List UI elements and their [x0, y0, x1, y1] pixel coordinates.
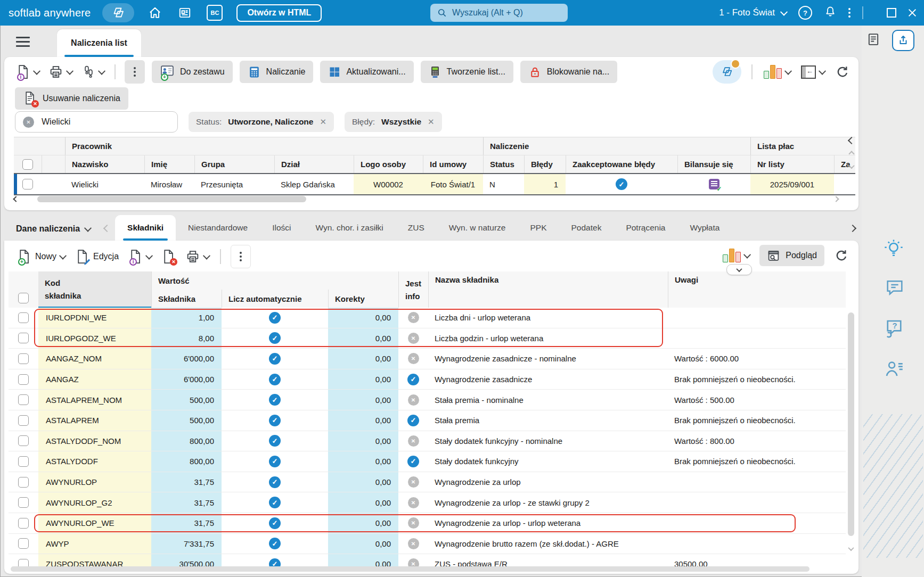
row-checkbox[interactable]: [18, 394, 29, 405]
tab-zus[interactable]: ZUS: [396, 215, 437, 241]
assistant-button[interactable]: [883, 237, 904, 261]
do-zestawu-button[interactable]: + Do zestawu: [152, 61, 233, 83]
chart-view-button[interactable]: [763, 64, 792, 80]
col-logo-osoby[interactable]: Logo osoby: [354, 155, 423, 173]
print-components-button[interactable]: [184, 248, 210, 265]
col-grupa[interactable]: Grupa: [194, 155, 274, 173]
views-button[interactable]: [713, 60, 741, 84]
scroll-down-icon[interactable]: [848, 163, 854, 169]
tab-wyn-w-naturze[interactable]: Wyn. w naturze: [437, 215, 518, 241]
components-vscrollbar[interactable]: [848, 312, 854, 557]
tabs-scroll-right-icon[interactable]: [849, 225, 856, 232]
new-component-button[interactable]: + Nowy: [16, 248, 67, 266]
tab-potrącenia[interactable]: Potrącenia: [614, 215, 677, 241]
document-outline-button[interactable]: [866, 32, 881, 47]
col-imie[interactable]: Imię: [144, 155, 194, 173]
row-checkbox[interactable]: [22, 179, 33, 189]
app-switcher-button[interactable]: [102, 3, 134, 22]
remove-chip-icon[interactable]: ✕: [428, 117, 435, 127]
col-kod-skladnika[interactable]: Kod składnika: [38, 271, 151, 308]
col-uwagi[interactable]: Uwagi: [668, 271, 846, 308]
select-all-checkbox[interactable]: [18, 293, 29, 303]
trace-button[interactable]: [80, 64, 105, 80]
employee-table-hscrollbar[interactable]: [14, 195, 838, 203]
open-in-html-button[interactable]: Otwórz w HTML: [236, 4, 322, 22]
tab-wypłata[interactable]: Wypłata: [678, 215, 732, 241]
new-document-button[interactable]: i: [15, 63, 40, 81]
global-search-input[interactable]: Wyszukaj (Alt + Q): [430, 4, 568, 22]
scroll-up-icon[interactable]: [848, 151, 854, 156]
component-row[interactable]: ASTALYDODF_NOM 800,00 ✓ 0,00 ✕ Stały dod…: [9, 431, 846, 452]
refresh-button[interactable]: [834, 63, 851, 80]
news-button[interactable]: [176, 4, 194, 22]
podglad-button[interactable]: Podgląd: [759, 245, 824, 266]
component-row[interactable]: ASTALAPREM 500,00 ✓ 0,00 ✓ Stała premia …: [9, 410, 846, 431]
more-component-actions-button[interactable]: [231, 245, 251, 268]
usuwanie-naliczenia-button[interactable]: ✕ Usuwanie naliczenia: [15, 87, 128, 110]
col-skladnika[interactable]: Składnika: [151, 290, 222, 308]
component-chart-button[interactable]: [722, 248, 751, 263]
component-row[interactable]: ASTALAPREM_NOM 500,00 ✓ 0,00 ✕ Stała pre…: [9, 390, 846, 410]
col-dzial[interactable]: Dział: [274, 155, 354, 173]
help-center-button[interactable]: ?: [883, 317, 905, 340]
component-row[interactable]: AANGAZ 6'000,00 ✓ 0,00 ✓ Wynagrodzenie z…: [9, 369, 846, 390]
tab-podatek[interactable]: Podatek: [559, 215, 614, 241]
component-row[interactable]: AANGAZ_NOM 6'000,00 ✓ 0,00 ✕ Wynagrodzen…: [9, 349, 846, 369]
component-row[interactable]: IURLOPGODZ_WE 8,00 ✓ 0,00 ✕ Liczba godzi…: [9, 328, 846, 349]
contact-button[interactable]: [883, 358, 905, 380]
remove-chip-icon[interactable]: ✕: [320, 117, 326, 127]
share-button[interactable]: [892, 30, 914, 51]
blokowanie-button[interactable]: Blokowanie na...: [520, 61, 617, 83]
edit-component-button[interactable]: Edycja: [74, 248, 120, 266]
tab-naliczenia-list[interactable]: Naliczenia list: [57, 29, 141, 57]
tworzenie-list-button[interactable]: Tworzenie list...: [421, 61, 513, 83]
component-row[interactable]: ZUSPODSTAWANAR 30'500,00 ✓ 0,00 ✕ ZUS - …: [9, 554, 846, 566]
refresh-components-button[interactable]: [833, 247, 850, 264]
select-all-checkbox[interactable]: [22, 159, 33, 170]
errors-filter-chip[interactable]: Błędy: Wszystkie ✕: [345, 112, 442, 132]
employee-row[interactable]: Wielicki Mirosław Przesunięta Sklep Gdań…: [14, 173, 855, 195]
col-nr-listy[interactable]: Nr listy: [750, 155, 834, 173]
row-checkbox[interactable]: [18, 538, 29, 549]
row-checkbox[interactable]: [18, 559, 29, 566]
row-checkbox[interactable]: [18, 374, 29, 385]
aktualizowanie-button[interactable]: Aktualizowani...: [320, 61, 413, 83]
hscroll-thumb[interactable]: [37, 196, 306, 202]
component-row[interactable]: AWYNURLOP 31,75 ✓ 0,00 ✕ Wynagrodzenie z…: [9, 472, 846, 493]
component-info-button[interactable]: i: [127, 248, 153, 266]
col-licz-automatycznie[interactable]: Licz automatycznie: [222, 290, 328, 308]
row-checkbox[interactable]: [18, 312, 29, 323]
naliczanie-button[interactable]: Naliczanie: [240, 61, 314, 83]
more-options-button[interactable]: [848, 8, 851, 18]
row-checkbox[interactable]: [18, 497, 29, 508]
component-row[interactable]: AWYNURLOP_WE 31,75 ✓ 0,00 ✕ Wynagrodzeni…: [9, 513, 846, 534]
tab-składniki[interactable]: Składniki: [115, 215, 176, 241]
row-checkbox[interactable]: [18, 415, 29, 426]
components-hscrollbar[interactable]: [10, 566, 840, 572]
hscroll-thumb[interactable]: [11, 566, 809, 572]
col-nazwisko[interactable]: Nazwisko: [65, 155, 144, 173]
close-button[interactable]: [908, 9, 917, 17]
employee-filter-input[interactable]: ✕ Wielicki: [15, 111, 178, 133]
tab-wyn-chor-i-zasiłki[interactable]: Wyn. chor. i zasiłki: [303, 215, 395, 241]
bc-button[interactable]: BC: [206, 4, 224, 22]
notifications-button[interactable]: [824, 5, 837, 20]
row-checkbox[interactable]: [18, 477, 29, 488]
scroll-left-icon[interactable]: [13, 196, 19, 202]
component-row[interactable]: AWYNURLOP_G2 31,75 ✓ 0,00 ✕ Wynagrodzeni…: [9, 492, 846, 513]
row-checkbox[interactable]: [18, 353, 29, 364]
col-bledy[interactable]: Błędy: [524, 155, 566, 173]
status-filter-chip[interactable]: Status: Utworzone, Naliczone ✕: [189, 112, 334, 132]
collapse-column-icon[interactable]: [848, 137, 855, 144]
collapse-header-pill[interactable]: [726, 264, 752, 275]
component-row[interactable]: AWYP 7'331,75 ✓ 0,00 ✕ Wynagrodzenie bru…: [9, 534, 846, 555]
feedback-button[interactable]: [884, 277, 905, 298]
row-checkbox[interactable]: [18, 435, 29, 446]
print-button[interactable]: [47, 63, 73, 80]
tab-ppk[interactable]: PPK: [518, 215, 559, 241]
panel-layout-button[interactable]: ←: [800, 64, 826, 80]
col-id-umowy[interactable]: Id umowy: [423, 155, 483, 173]
tab-niestandardowe[interactable]: Niestandardowe: [176, 215, 260, 241]
row-checkbox[interactable]: [18, 456, 29, 467]
clear-filter-icon[interactable]: ✕: [23, 117, 34, 128]
